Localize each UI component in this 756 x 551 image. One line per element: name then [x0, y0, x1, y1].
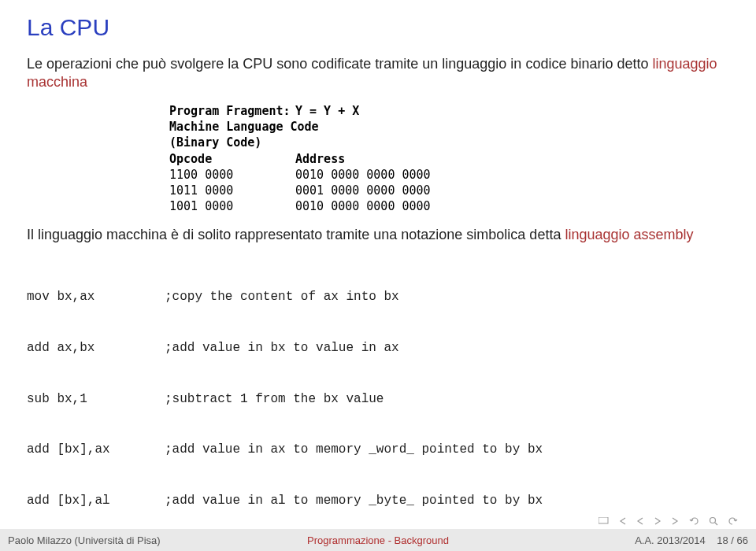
asm-instr: mov bx,ax	[27, 289, 165, 306]
asm-comment: ;copy the content of ax into bx	[165, 289, 729, 306]
paragraph-1: Le operazioni che può svolgere la CPU so…	[27, 55, 729, 92]
para2-text: Il linguaggio macchina è di solito rappr…	[27, 227, 565, 242]
nav-next-icon[interactable]	[654, 517, 662, 525]
footer-title: Programmazione - Background	[254, 534, 501, 546]
program-fragment-label: Program Fragment:	[169, 103, 295, 119]
slide-title: La CPU	[27, 14, 729, 41]
asm-instr: add [bx],al	[27, 493, 165, 510]
nav-first-icon[interactable]	[598, 517, 610, 525]
footer-right: A.A. 2013/2014 18 / 66	[502, 534, 748, 546]
asm-instr: add ax,bx	[27, 340, 165, 357]
code-row: 1001 0000 0010 0000 0000 0000	[169, 198, 587, 214]
nav-prev-icon[interactable]	[619, 517, 627, 525]
footer-bar: Paolo Milazzo (Università di Pisa) Progr…	[0, 529, 756, 551]
nav-prev2-icon[interactable]	[636, 517, 644, 525]
slide-body: La CPU Le operazioni che può svolgere la…	[0, 0, 756, 551]
nav-forward-icon[interactable]	[728, 516, 739, 526]
footer-page: 18 / 66	[717, 534, 748, 546]
asm-row: sub bx,1;subtract 1 from the bx value	[27, 391, 729, 409]
beamer-nav-icons	[598, 516, 739, 526]
svg-point-1	[710, 518, 716, 523]
asm-row: add [bx],ax;add value in ax to memory _w…	[27, 442, 729, 459]
address-cell: 0001 0000 0000 0000	[295, 183, 587, 198]
assembly-block: mov bx,ax;copy the content of ax into bx…	[27, 255, 729, 544]
asm-instr: sub bx,1	[27, 391, 165, 409]
asm-comment: ;add value in al to memory _byte_ pointe…	[165, 493, 729, 510]
opcode-cell: 1011 0000	[169, 183, 295, 198]
mlc-label: Machine Language Code	[169, 119, 587, 135]
binary-code-label: (Binary Code)	[169, 135, 587, 150]
address-cell: 0010 0000 0000 0000	[295, 167, 587, 183]
program-fragment-expr: Y = Y + X	[295, 103, 587, 119]
asm-row: mov bx,ax;copy the content of ax into bx	[27, 289, 729, 306]
code-row: 1011 0000 0001 0000 0000 0000	[169, 183, 587, 198]
asm-comment: ;subtract 1 from the bx value	[165, 391, 729, 409]
asm-row: add ax,bx;add value in bx to value in ax	[27, 340, 729, 357]
paragraph-2: Il linguaggio macchina è di solito rappr…	[27, 226, 729, 244]
nav-next2-icon[interactable]	[671, 517, 679, 525]
asm-row: add [bx],al;add value in al to memory _b…	[27, 493, 729, 510]
machine-code-block: Program Fragment: Y = Y + X Machine Lang…	[169, 103, 587, 215]
footer-year: A.A. 2013/2014	[635, 534, 706, 546]
address-cell: 0010 0000 0000 0000	[295, 198, 587, 214]
svg-rect-0	[598, 517, 608, 523]
asm-comment: ;add value in bx to value in ax	[165, 340, 729, 357]
svg-line-2	[715, 523, 717, 525]
opcode-header: Opcode	[169, 151, 295, 167]
nav-search-icon[interactable]	[709, 516, 718, 526]
asm-instr: add [bx],ax	[27, 442, 165, 459]
asm-comment: ;add value in ax to memory _word_ pointe…	[165, 442, 729, 459]
code-row: 1100 0000 0010 0000 0000 0000	[169, 167, 587, 183]
para2-highlight: linguaggio assembly	[565, 227, 693, 242]
opcode-cell: 1100 0000	[169, 167, 295, 183]
address-header: Address	[295, 151, 587, 167]
footer-author: Paolo Milazzo (Università di Pisa)	[8, 534, 254, 546]
opcode-cell: 1001 0000	[169, 198, 295, 214]
para1-text: Le operazioni che può svolgere la CPU so…	[27, 56, 653, 72]
nav-back-icon[interactable]	[688, 516, 699, 526]
